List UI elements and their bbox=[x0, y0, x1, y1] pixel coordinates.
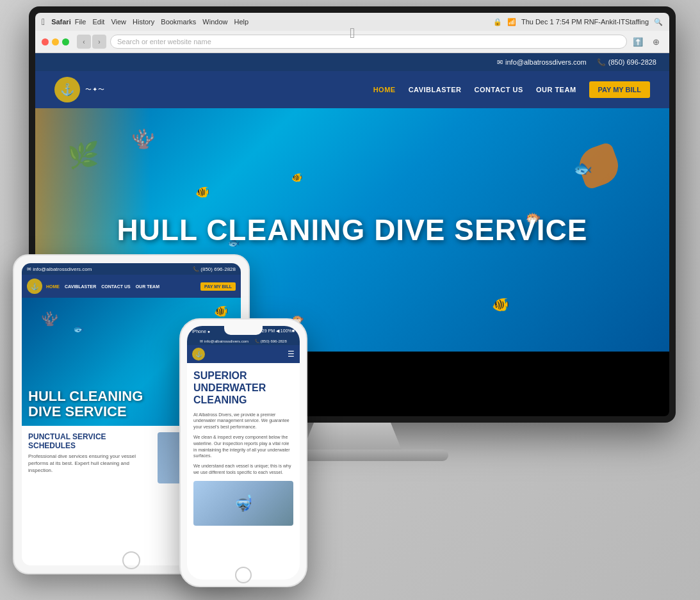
iphone-screen: iPhone ● 4:29 PM ◀ 100%■ ✉ info@albatros… bbox=[187, 326, 300, 580]
phone-contact: 📞 (850) 696-2828 bbox=[597, 58, 656, 67]
iphone-bottom-image: 🤿 bbox=[193, 481, 293, 526]
ipad-navbar: ⚓ HOME CAVIBLASTER CONTACT US OUR TEAM P… bbox=[22, 275, 241, 298]
email-contact: ✉ info@albatrossdivers.com bbox=[497, 58, 587, 67]
nav-caviblaster[interactable]: CAVIBLASTER bbox=[409, 86, 462, 93]
file-menu[interactable]: File bbox=[75, 18, 86, 26]
search-placeholder: Search or enter website name bbox=[117, 38, 211, 45]
ipad-hero-title: HULL CLEANINGDIVE SERVICE bbox=[28, 389, 143, 419]
menubar-right: 🔒 📶 Thu Dec 1 7:54 PM RNF-Ankit-ITStaffi… bbox=[493, 18, 663, 26]
ipad-logo: ⚓ bbox=[27, 279, 42, 294]
apple-logo-icon:  bbox=[42, 17, 45, 27]
ipad-fish-1: 🐠 bbox=[214, 304, 228, 318]
iphone-para-2: We clean & inspect every component below… bbox=[193, 434, 293, 459]
coral-icon: 🪸 bbox=[131, 127, 155, 150]
phone-number: (850) 696-2828 bbox=[608, 58, 656, 66]
ipad-coral: 🪸 bbox=[41, 311, 58, 327]
iphone-para-3: We understand each vessel is unique; thi… bbox=[193, 463, 293, 476]
ipad-nav-team[interactable]: OUR TEAM bbox=[136, 284, 159, 289]
traffic-lights bbox=[42, 38, 69, 45]
iphone-logo: ⚓ bbox=[192, 348, 205, 361]
forward-button[interactable]: › bbox=[92, 35, 106, 49]
seaweed-icon: 🌿 bbox=[67, 140, 99, 170]
site-navbar: ⚓ 〜✦〜 HOME CAVIBLASTER CONTACT US OUR TE… bbox=[35, 71, 669, 108]
ipad-nav-links: HOME CAVIBLASTER CONTACT US OUR TEAM bbox=[46, 284, 197, 289]
iphone-navbar: ⚓ ☰ bbox=[187, 345, 300, 363]
site-topbar: ✉ info@albatrossdivers.com 📞 (850) 696-2… bbox=[35, 53, 669, 71]
logo-emblem: ⚓ bbox=[54, 77, 80, 102]
new-tab-icon[interactable]: ⊕ bbox=[649, 35, 663, 49]
site-logo: ⚓ 〜✦〜 bbox=[54, 77, 105, 102]
ipad-phone: 📞 (850) 696-2828 bbox=[193, 266, 236, 272]
ipad-pay-button[interactable]: PAY MY BILL bbox=[200, 282, 236, 291]
ipad-status-bar: ✉ info@albatrossdivers.com 📞 (850) 696-2… bbox=[22, 263, 241, 275]
edit-menu[interactable]: Edit bbox=[92, 18, 104, 26]
mac-menu-items: File Edit View History Bookmarks Window … bbox=[75, 18, 248, 26]
iphone-section-title: SUPERIOR UNDERWATER CLEANING bbox=[193, 369, 293, 407]
view-menu[interactable]: View bbox=[111, 18, 126, 26]
ipad-fish-2: 🐟 bbox=[73, 323, 84, 334]
browser-nav-buttons: ‹ › bbox=[77, 35, 106, 49]
iphone-phone: 📞 (850) 696-2828 bbox=[255, 339, 287, 343]
maximize-button[interactable] bbox=[62, 38, 69, 45]
iphone-para-1: At Albatross Divers, we provide a premie… bbox=[193, 412, 293, 430]
pay-bill-button[interactable]: PAY MY BILL bbox=[589, 81, 650, 98]
imac-apple-logo:  bbox=[350, 25, 355, 42]
fish-1: 🐟 bbox=[573, 159, 592, 177]
email-icon: ✉ bbox=[497, 58, 503, 67]
fish-6: 🐠 bbox=[492, 296, 509, 313]
fish-5: 🐠 bbox=[291, 172, 302, 182]
safari-menu-item[interactable]: Safari bbox=[51, 18, 71, 26]
window-menu[interactable]: Window bbox=[202, 18, 227, 26]
anchor-icon: ⚓ bbox=[60, 83, 74, 97]
iphone-main-content: SUPERIOR UNDERWATER CLEANING At Albatros… bbox=[187, 363, 300, 532]
ipad-nav-contact[interactable]: CONTACT US bbox=[101, 284, 130, 289]
iphone-notch bbox=[224, 326, 263, 335]
safari-toolbar-icons: ⬆️ ⊕ bbox=[631, 35, 663, 49]
iphone-email: ✉ info@albatrossdivers.com bbox=[200, 339, 248, 343]
help-menu[interactable]: Help bbox=[234, 18, 248, 26]
back-button[interactable]: ‹ bbox=[77, 35, 91, 49]
logo-wings-text: 〜✦〜 bbox=[85, 85, 105, 94]
ipad-home-button[interactable] bbox=[122, 551, 140, 569]
iphone-device: iPhone ● 4:29 PM ◀ 100%■ ✉ info@albatros… bbox=[179, 318, 307, 587]
wifi-icon: 📶 bbox=[507, 18, 516, 26]
hero-title: HULL CLEANING DIVE SERVICE bbox=[117, 214, 588, 247]
close-button[interactable] bbox=[42, 38, 49, 45]
iphone-time: iPhone ● bbox=[192, 329, 210, 334]
search-icon[interactable]: 🔍 bbox=[654, 18, 663, 26]
nav-contact[interactable]: CONTACT US bbox=[475, 86, 523, 93]
ipad-nav-caviblaster[interactable]: CAVIBLASTER bbox=[65, 284, 96, 289]
email-address: info@albatrossdivers.com bbox=[505, 58, 587, 66]
ipad-email: ✉ info@albatrossdivers.com bbox=[27, 266, 92, 272]
iphone-topbar: ✉ info@albatrossdivers.com 📞 (850) 696-2… bbox=[187, 336, 300, 345]
nav-links: HOME CAVIBLASTER CONTACT US OUR TEAM PAY… bbox=[373, 81, 650, 98]
address-bar[interactable]: Search or enter website name bbox=[110, 35, 627, 49]
fish-2: 🐠 bbox=[195, 185, 209, 199]
history-menu[interactable]: History bbox=[133, 18, 154, 26]
nav-team[interactable]: OUR TEAM bbox=[536, 86, 576, 93]
battery-icon: 🔒 bbox=[493, 18, 502, 26]
scene:  Safari File Edit View History Bookmark… bbox=[0, 0, 700, 600]
bookmarks-menu[interactable]: Bookmarks bbox=[161, 18, 196, 26]
iphone-home-button[interactable] bbox=[235, 567, 252, 583]
clock-display: Thu Dec 1 7:54 PM RNF-Ankit-ITStaffing bbox=[521, 18, 649, 26]
share-icon[interactable]: ⬆️ bbox=[631, 35, 645, 49]
hamburger-menu[interactable]: ☰ bbox=[288, 350, 295, 359]
minimize-button[interactable] bbox=[52, 38, 59, 45]
phone-icon: 📞 bbox=[597, 58, 606, 67]
iphone-right-status: 4:29 PM ◀ 100%■ bbox=[258, 328, 295, 334]
nav-home[interactable]: HOME bbox=[373, 86, 396, 93]
ipad-nav-home[interactable]: HOME bbox=[46, 284, 60, 289]
